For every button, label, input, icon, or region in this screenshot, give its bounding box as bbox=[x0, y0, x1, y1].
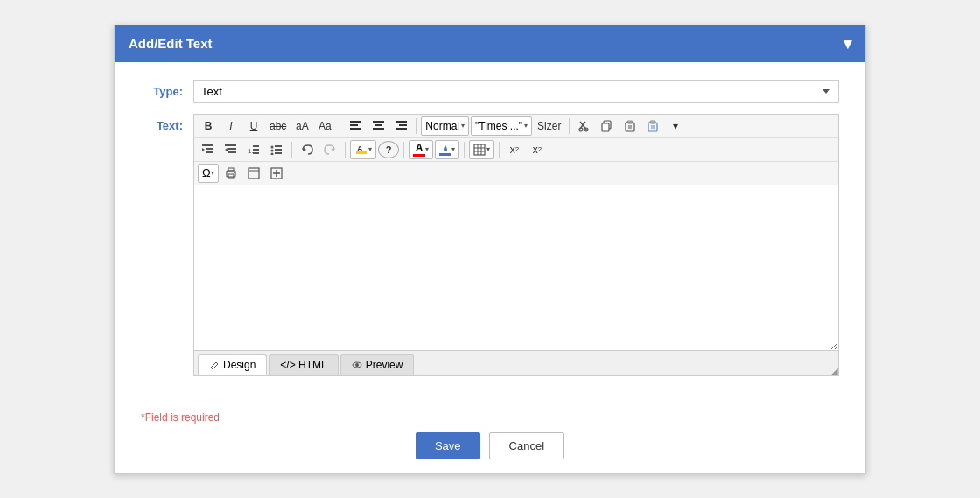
svg-rect-23 bbox=[202, 144, 214, 146]
align-center-button[interactable] bbox=[368, 116, 388, 136]
resize-handle[interactable]: ◢ bbox=[829, 366, 839, 376]
ordered-list-icon: 1. bbox=[248, 144, 260, 155]
svg-rect-4 bbox=[374, 124, 382, 126]
unordered-list-icon bbox=[270, 144, 283, 155]
svg-rect-14 bbox=[602, 123, 609, 131]
align-left-button[interactable] bbox=[345, 116, 366, 136]
unordered-list-button[interactable] bbox=[266, 140, 287, 159]
font-color-dropdown[interactable]: A ▾ bbox=[409, 140, 433, 159]
italic-button[interactable]: I bbox=[220, 116, 242, 136]
svg-rect-27 bbox=[225, 144, 236, 146]
pencil-icon bbox=[209, 360, 220, 370]
capitalize-button[interactable]: Aa bbox=[314, 116, 335, 136]
help-button[interactable]: ? bbox=[378, 141, 399, 158]
editor-content-area[interactable] bbox=[193, 185, 839, 351]
sep6 bbox=[403, 142, 404, 158]
paste2-button[interactable] bbox=[642, 116, 663, 136]
insert-icon bbox=[270, 167, 283, 179]
cut-button[interactable] bbox=[574, 116, 595, 136]
editor-bottom: Design </> HTML Preview bbox=[193, 351, 839, 376]
table-icon bbox=[473, 144, 486, 156]
increase-font-button[interactable]: aA bbox=[291, 116, 312, 136]
indent-button[interactable] bbox=[198, 140, 219, 159]
svg-rect-36 bbox=[275, 145, 282, 147]
type-row: Type: Text HTML Plain Text bbox=[141, 80, 839, 103]
svg-rect-55 bbox=[248, 168, 259, 179]
svg-rect-8 bbox=[396, 128, 407, 130]
outdent-button[interactable] bbox=[220, 140, 242, 159]
sizer-button[interactable]: Sizer bbox=[534, 116, 564, 136]
sep1 bbox=[340, 118, 340, 134]
fullscreen-button[interactable] bbox=[243, 164, 264, 183]
font-color-control: A bbox=[413, 142, 425, 157]
eye-icon bbox=[352, 360, 362, 370]
svg-rect-25 bbox=[206, 151, 214, 153]
type-select[interactable]: Text HTML Plain Text bbox=[193, 80, 839, 103]
type-label: Type: bbox=[141, 80, 193, 98]
required-note: *Field is required bbox=[141, 411, 839, 424]
redo-button[interactable] bbox=[319, 140, 340, 159]
tab-html-label: </> HTML bbox=[280, 359, 326, 371]
sep2 bbox=[416, 118, 416, 134]
svg-rect-24 bbox=[206, 148, 214, 150]
svg-rect-29 bbox=[228, 151, 236, 153]
svg-marker-42 bbox=[331, 147, 334, 151]
svg-rect-33 bbox=[253, 149, 259, 151]
align-center-icon bbox=[373, 121, 384, 131]
cancel-button[interactable]: Cancel bbox=[489, 432, 564, 459]
align-left-icon bbox=[350, 121, 361, 131]
dialog-header: Add/Edit Text ▾ bbox=[115, 25, 865, 62]
paste-button[interactable] bbox=[620, 116, 640, 136]
table-arrow: ▾ bbox=[486, 145, 490, 153]
table-dropdown[interactable]: ▾ bbox=[469, 140, 494, 159]
print-icon bbox=[225, 167, 237, 179]
tab-design[interactable]: Design bbox=[198, 354, 267, 375]
bold-button[interactable]: B bbox=[198, 116, 219, 136]
omega-symbol: Ω bbox=[202, 166, 211, 179]
ordered-list-button[interactable]: 1. bbox=[243, 140, 264, 159]
sep3 bbox=[569, 118, 570, 134]
svg-rect-40 bbox=[275, 152, 282, 154]
underline-button[interactable]: U bbox=[243, 116, 264, 136]
copy-button[interactable] bbox=[597, 116, 618, 136]
svg-rect-2 bbox=[350, 128, 361, 130]
align-right-button[interactable] bbox=[390, 116, 411, 136]
paste2-icon bbox=[647, 120, 659, 132]
font-color-letter: A bbox=[416, 142, 424, 154]
subscript-button[interactable]: x2 bbox=[504, 140, 525, 159]
font-arrow: ▾ bbox=[524, 122, 528, 130]
svg-rect-7 bbox=[399, 124, 407, 126]
omega-dropdown[interactable]: Ω ▾ bbox=[198, 164, 219, 183]
svg-marker-26 bbox=[202, 148, 205, 151]
editor-wrap: B I U abc aA Aa bbox=[193, 114, 839, 376]
normal-label: Normal bbox=[425, 120, 459, 132]
fill-color-dropdown[interactable]: ▾ bbox=[435, 140, 459, 159]
sep7 bbox=[464, 142, 465, 158]
insert-button[interactable] bbox=[266, 164, 287, 183]
normal-dropdown[interactable]: Normal ▾ bbox=[421, 116, 469, 136]
tab-preview[interactable]: Preview bbox=[340, 354, 415, 375]
print-button[interactable] bbox=[220, 164, 242, 183]
tab-html[interactable]: </> HTML bbox=[269, 354, 338, 375]
font-dropdown[interactable]: "Times ..." ▾ bbox=[471, 116, 532, 136]
tab-preview-label: Preview bbox=[366, 359, 403, 371]
normal-arrow: ▾ bbox=[461, 122, 465, 130]
svg-rect-0 bbox=[350, 121, 361, 123]
superscript-button[interactable]: x2 bbox=[527, 140, 548, 159]
highlight-arrow: ▾ bbox=[368, 145, 372, 153]
copy-icon bbox=[601, 120, 613, 132]
svg-rect-45 bbox=[439, 153, 452, 156]
sep8 bbox=[499, 142, 500, 158]
highlight-dropdown[interactable]: A ▾ bbox=[350, 140, 376, 159]
svg-marker-41 bbox=[303, 147, 306, 151]
toolbar-row-1: B I U abc aA Aa bbox=[194, 115, 838, 138]
strikethrough-button[interactable]: abc bbox=[266, 116, 290, 136]
redo-icon bbox=[324, 144, 336, 156]
paste-more-button[interactable]: ▾ bbox=[665, 116, 686, 136]
collapse-icon[interactable]: ▾ bbox=[844, 34, 851, 53]
save-button[interactable]: Save bbox=[416, 432, 480, 459]
undo-button[interactable] bbox=[297, 140, 318, 159]
fullscreen-icon bbox=[248, 167, 260, 179]
svg-rect-3 bbox=[373, 121, 384, 123]
dialog-footer: *Field is required Save Cancel bbox=[115, 404, 865, 473]
